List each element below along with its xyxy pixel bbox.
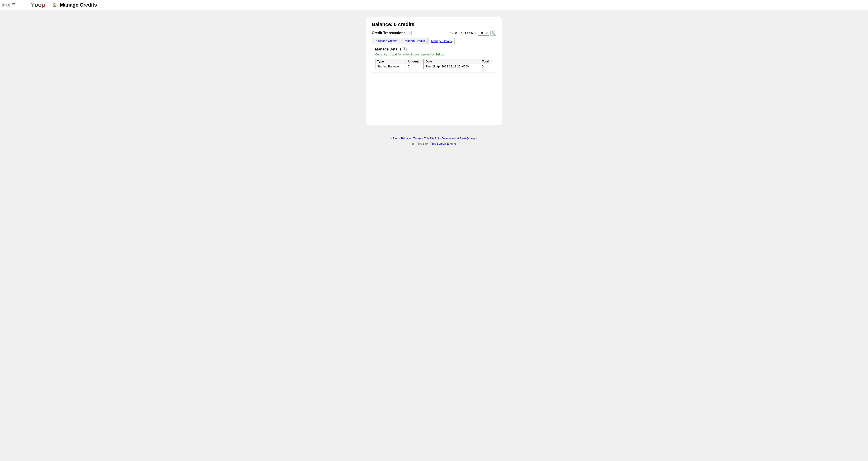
show-select[interactable]: 50 10 25 100	[478, 31, 489, 36]
menu-icon[interactable]: ☰	[11, 2, 15, 7]
cell-date: Thu, 28 Apr 2022 22:18:26 -0700	[424, 64, 480, 69]
footer-copyright-line: (c) This Site - This Search Engine	[4, 142, 864, 145]
main-content: Balance: 0 credits Credit Transactions +…	[0, 10, 868, 132]
credit-transactions-label: Credit Transactions +	[372, 31, 411, 35]
footer: - Blog - Privacy - Terms - ThisSiteBot -…	[0, 132, 868, 150]
footer-links-line: - Blog - Privacy - Terms - ThisSiteBot -…	[4, 137, 864, 140]
search-icon[interactable]: 🔍	[490, 31, 496, 36]
footer-link-search-engine[interactable]: This Search Engine	[430, 142, 456, 145]
header-separator: -	[48, 2, 50, 7]
help-icon[interactable]: ?	[403, 47, 406, 51]
page-title: Manage Credits	[60, 2, 97, 8]
footer-copyright-text: (c) This Site -	[412, 142, 430, 145]
footer-link-blog[interactable]: Blog	[393, 137, 399, 140]
tab-content-manage-details: Manage Details ? Currently no additional…	[372, 44, 496, 72]
transactions-table: Type Amount Date Total Starting Balance0…	[375, 59, 493, 69]
footer-link-seekquarry[interactable]: Developed at SeekQuarry	[442, 137, 475, 140]
cell-type: Starting Balance	[375, 64, 406, 69]
table-row: Starting Balance0Thu, 28 Apr 2022 22:18:…	[375, 64, 493, 69]
cell-total: 0	[480, 64, 493, 69]
footer-link-terms[interactable]: Terms	[413, 137, 421, 140]
logo-area: Yoop● - 🏠 Manage Credits	[31, 1, 97, 8]
col-date: Date	[424, 59, 480, 64]
credits-card: Balance: 0 credits Credit Transactions +…	[366, 17, 502, 125]
col-amount: Amount	[406, 59, 424, 64]
logo: Yoop●	[31, 1, 46, 8]
cell-amount: 0	[406, 64, 424, 69]
header: [root] ☰ Yoop● - 🏠 Manage Credits	[0, 0, 868, 10]
manage-details-title: Manage Details ?	[375, 47, 493, 52]
col-type: Type	[375, 59, 406, 64]
row-info-label: Row 0 to 1 of 1 Show	[448, 31, 477, 35]
tab-redeem-credits[interactable]: Redeem Credits	[401, 38, 428, 44]
stripe-message: Currently no additional details are requ…	[375, 53, 493, 56]
footer-link-privacy[interactable]: Privacy	[401, 137, 411, 140]
footer-link-thissitebot[interactable]: ThisSiteBot	[424, 137, 439, 140]
tab-purchase-credits[interactable]: Purchase Credits	[372, 38, 400, 44]
root-label: [root]	[2, 3, 10, 7]
home-icon[interactable]: 🏠	[51, 2, 58, 8]
col-total: Total	[480, 59, 493, 64]
tab-manage-details[interactable]: Manage Details	[428, 38, 455, 44]
credit-transactions-header: Credit Transactions + Row 0 to 1 of 1 Sh…	[372, 31, 496, 36]
row-info: Row 0 to 1 of 1 Show 50 10 25 100 🔍	[448, 31, 496, 36]
tabs-bar: Purchase Credits Redeem Credits Manage D…	[372, 38, 496, 44]
add-transaction-button[interactable]: +	[407, 31, 411, 35]
balance-title: Balance: 0 credits	[372, 22, 496, 27]
